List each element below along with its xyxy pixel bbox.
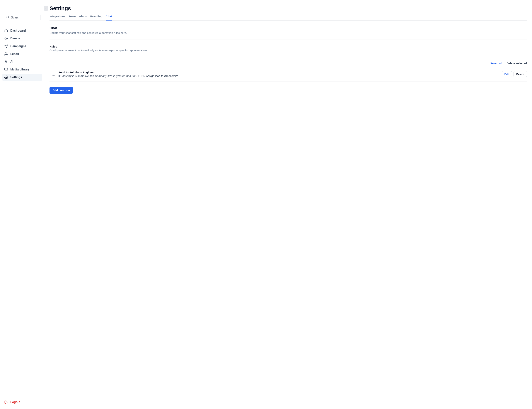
rule-then-label: THEN bbox=[137, 74, 146, 77]
rules-toolbar: Select all Delete selected bbox=[50, 57, 527, 68]
logout-label: Logout bbox=[10, 400, 20, 404]
search-field[interactable] bbox=[4, 14, 40, 21]
sidebar: Dashboard Demos Campaigns Leads bbox=[0, 0, 44, 409]
sidebar-item-label: Media Library bbox=[10, 68, 30, 71]
atom-icon bbox=[4, 60, 8, 64]
rule-text: Send to Solutions Engineer IF Industry i… bbox=[58, 71, 498, 77]
tab-branding[interactable]: Branding bbox=[90, 15, 102, 20]
select-all-button[interactable]: Select all bbox=[490, 62, 502, 65]
section-description: Update your chat settings and configure … bbox=[50, 31, 527, 34]
rule-description: IF Industry is Automotive and Company si… bbox=[58, 74, 498, 77]
rule-action: Assign lead to @bensmith bbox=[146, 74, 178, 77]
back-button[interactable] bbox=[44, 6, 48, 11]
rule-actions: Edit Delete bbox=[502, 71, 527, 77]
monitor-icon bbox=[4, 67, 8, 72]
sidebar-item-settings[interactable]: Settings bbox=[2, 74, 42, 81]
svg-rect-10 bbox=[5, 68, 8, 70]
page-title: Settings bbox=[50, 5, 71, 11]
svg-marker-3 bbox=[6, 38, 7, 39]
sidebar-item-label: Settings bbox=[10, 76, 22, 79]
delete-rule-button[interactable]: Delete bbox=[514, 71, 527, 77]
svg-point-12 bbox=[6, 77, 7, 78]
chevron-left-icon bbox=[45, 7, 47, 10]
sidebar-item-label: Leads bbox=[10, 52, 19, 56]
sidebar-item-label: AI bbox=[10, 60, 13, 64]
delete-selected-button[interactable]: Delete selected bbox=[507, 62, 527, 65]
logout-icon bbox=[4, 400, 8, 404]
sidebar-item-demos[interactable]: Demos bbox=[2, 35, 42, 42]
sidebar-item-label: Campaigns bbox=[10, 45, 26, 48]
rules-heading: Rules bbox=[50, 45, 527, 48]
sidebar-spacer bbox=[2, 81, 42, 399]
sidebar-item-dashboard[interactable]: Dashboard bbox=[2, 27, 42, 34]
svg-point-6 bbox=[5, 53, 6, 54]
main-content: Settings Integrations Team Alerts Brandi… bbox=[44, 0, 532, 409]
section-title: Chat bbox=[50, 26, 527, 30]
edit-rule-button[interactable]: Edit bbox=[502, 71, 512, 77]
search-input[interactable] bbox=[11, 16, 38, 19]
sidebar-item-media-library[interactable]: Media Library bbox=[2, 66, 42, 73]
sidebar-item-label: Dashboard bbox=[10, 29, 26, 32]
rule-title: Send to Solutions Engineer bbox=[58, 71, 498, 74]
svg-point-7 bbox=[6, 62, 7, 62]
rule-if-label: IF bbox=[58, 74, 62, 77]
rule-row: Send to Solutions Engineer IF Industry i… bbox=[50, 68, 527, 82]
gear-icon bbox=[4, 75, 8, 79]
svg-line-1 bbox=[8, 18, 9, 18]
sidebar-item-label: Demos bbox=[10, 37, 20, 40]
tab-alerts[interactable]: Alerts bbox=[79, 15, 87, 20]
search-container bbox=[2, 14, 42, 25]
users-icon bbox=[4, 52, 8, 56]
sidebar-item-ai[interactable]: AI bbox=[2, 58, 42, 65]
rules-description: Configure chat rules to automatically ro… bbox=[50, 49, 527, 52]
sidebar-item-leads[interactable]: Leads bbox=[2, 50, 42, 57]
header: Settings bbox=[44, 5, 527, 11]
tab-chat[interactable]: Chat bbox=[106, 15, 112, 20]
content-area: Integrations Team Alerts Branding Chat C… bbox=[44, 15, 527, 94]
rule-condition: Industry is Automotive and Company size … bbox=[62, 74, 137, 77]
rule-checkbox[interactable] bbox=[52, 73, 55, 76]
tab-integrations[interactable]: Integrations bbox=[50, 15, 65, 20]
app-root: Dashboard Demos Campaigns Leads bbox=[0, 0, 532, 409]
play-circle-icon bbox=[4, 37, 8, 40]
search-icon bbox=[6, 16, 9, 19]
sidebar-nav: Dashboard Demos Campaigns Leads bbox=[2, 27, 42, 81]
logout-button[interactable]: Logout bbox=[2, 399, 42, 406]
tabs: Integrations Team Alerts Branding Chat bbox=[50, 15, 527, 20]
sidebar-item-campaigns[interactable]: Campaigns bbox=[2, 43, 42, 50]
svg-point-0 bbox=[7, 16, 9, 18]
send-icon bbox=[4, 44, 8, 48]
home-icon bbox=[4, 29, 8, 33]
tab-team[interactable]: Team bbox=[69, 15, 76, 20]
add-rule-button[interactable]: Add new rule bbox=[50, 87, 73, 94]
